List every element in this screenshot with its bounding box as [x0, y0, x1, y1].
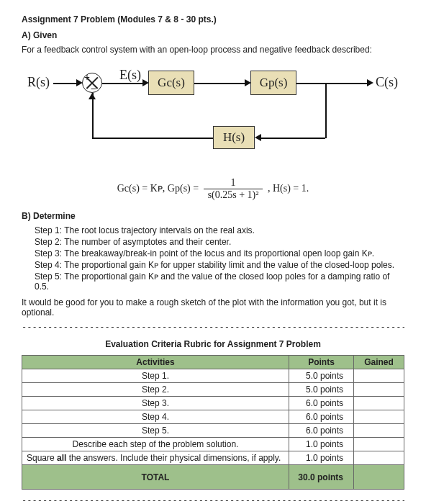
activity-cell: Step 2. [22, 383, 289, 397]
table-row: Step 3.6.0 points [22, 397, 404, 410]
step-item: Step 1: The root locus trajectory interv… [35, 225, 404, 235]
activity-cell: Step 5. [22, 424, 289, 438]
gained-cell [354, 438, 404, 451]
col-gained: Gained [354, 356, 404, 369]
rubric-title: Evaluation Criteria Rubric for Assignmen… [22, 339, 404, 349]
table-row: Step 4.6.0 points [22, 410, 404, 424]
arrowhead-icon [255, 134, 261, 141]
gained-cell [354, 465, 404, 490]
wire [53, 83, 78, 84]
wire [194, 83, 246, 84]
activity-cell: Square all the answers. Include their ph… [22, 451, 289, 465]
eq-right: , H(s) = 1. [268, 183, 309, 194]
table-row: Square all the answers. Include their ph… [22, 451, 404, 465]
fraction-numerator: 1 [204, 177, 263, 189]
total-points: 30.0 points [289, 465, 354, 490]
step-item: Step 2: The number of asymptotes and the… [35, 237, 404, 247]
activity-cell: Describe each step of the problem soluti… [22, 438, 289, 451]
step-item: Step 4: The proportional gain Kᴘ for upp… [35, 260, 404, 270]
wire [92, 138, 213, 139]
total-row: TOTAL 30.0 points [22, 465, 404, 490]
steps-list: Step 1: The root locus trajectory interv… [35, 225, 404, 292]
wire [296, 83, 368, 84]
divider: ----------------------------------------… [22, 322, 404, 332]
table-header-row: Activities Points Gained [22, 356, 404, 369]
gained-cell [354, 383, 404, 397]
total-label: TOTAL [22, 465, 289, 490]
table-row: Step 1.5.0 points [22, 369, 404, 383]
fraction-denominator: s(0.25s + 1)² [204, 189, 263, 201]
square-suffix: the answers. Include their physical dime… [66, 453, 281, 463]
section-b-label: B) Determine [22, 211, 404, 221]
points-cell: 5.0 points [289, 383, 354, 397]
square-prefix: Square [27, 453, 57, 463]
intro-text: For a feedback control system with an op… [22, 45, 404, 55]
points-cell: 6.0 points [289, 410, 354, 424]
activity-cell: Step 4. [22, 410, 289, 424]
points-cell: 6.0 points [289, 424, 354, 438]
gained-cell [354, 397, 404, 410]
block-diagram: R(s) + − E(s) Gc(s) Gp(s) C(s) H(s) [27, 62, 394, 170]
step-item: Step 3: The breakaway/break-in point of … [35, 248, 404, 258]
arrowhead-icon [367, 79, 373, 86]
col-points: Points [289, 356, 354, 369]
points-cell: 5.0 points [289, 369, 354, 383]
eq-left: Gc(s) = Kᴘ, Gp(s) = [117, 183, 201, 194]
table-row: Step 2.5.0 points [22, 383, 404, 397]
activity-cell: Step 3. [22, 397, 289, 410]
square-bold: all [57, 453, 66, 463]
signal-e-label: E(s) [119, 68, 141, 83]
table-row: Describe each step of the problem soluti… [22, 438, 404, 451]
col-activities: Activities [22, 356, 289, 369]
section-a-label: A) Given [22, 30, 404, 40]
signal-c-label: C(s) [376, 75, 398, 90]
gained-cell [354, 451, 404, 465]
block-gc: Gc(s) [148, 71, 194, 95]
points-cell: 6.0 points [289, 397, 354, 410]
block-gp: Gp(s) [250, 71, 296, 95]
block-h: H(s) [213, 126, 255, 149]
wire [92, 93, 94, 138]
points-cell: 1.0 points [289, 438, 354, 451]
plus-sign: + [84, 72, 90, 84]
assignment-title: Assignment 7 Problem (Modules 7 & 8 - 30… [22, 14, 404, 24]
gained-cell [354, 369, 404, 383]
rubric-table: Activities Points Gained Step 1.5.0 poin… [22, 355, 404, 490]
sketch-note: It would be good for you to make a rough… [22, 297, 404, 318]
gained-cell [354, 410, 404, 424]
wire [102, 83, 144, 84]
signal-r-label: R(s) [27, 75, 50, 90]
points-cell: 1.0 points [289, 451, 354, 465]
table-row: Step 5.6.0 points [22, 424, 404, 438]
activity-cell: Step 1. [22, 369, 289, 383]
divider: ----------------------------------------… [22, 495, 404, 504]
wire [260, 138, 325, 139]
fraction: 1 s(0.25s + 1)² [204, 177, 263, 201]
transfer-function-equation: Gc(s) = Kᴘ, Gp(s) = 1 s(0.25s + 1)² , H(… [22, 177, 404, 201]
step-item: Step 5: The proportional gain Kᴘ and the… [35, 271, 404, 292]
wire [325, 83, 327, 138]
arrowhead-icon [89, 93, 96, 99]
gained-cell [354, 424, 404, 438]
